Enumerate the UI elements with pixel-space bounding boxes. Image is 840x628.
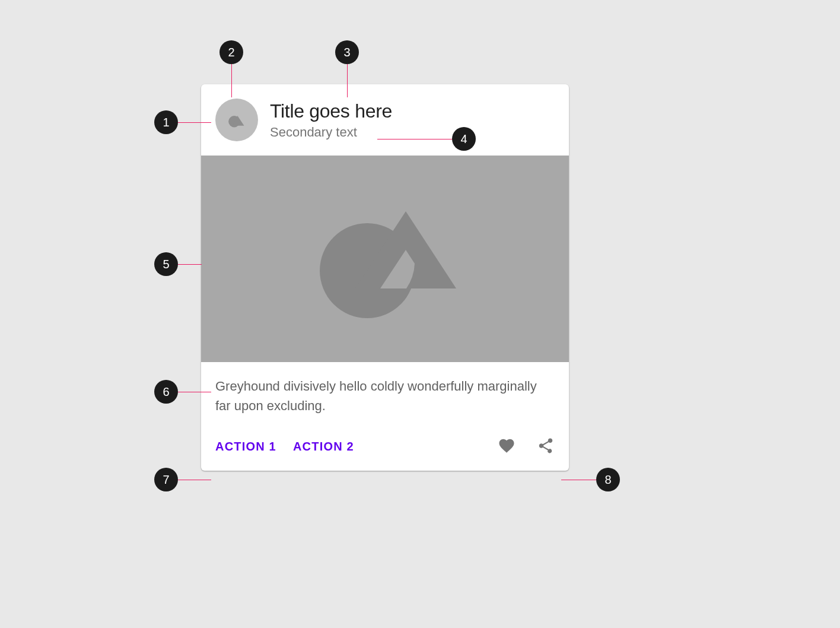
card-subtitle: Secondary text [270,125,392,140]
media-region [201,156,569,362]
annotation-badge-2: 2 [219,40,243,64]
share-button[interactable] [534,434,557,459]
card-title: Title goes here [270,100,392,122]
annotation-badge-4: 4 [452,127,476,151]
annotation-badge-6: 6 [154,380,178,404]
header-text-block: Title goes here Secondary text [270,100,392,140]
heart-icon [498,437,516,455]
action-icons-group [495,434,557,459]
card-header: Title goes here Secondary text [201,84,569,156]
supporting-text: Greyhound divisively hello coldly wonder… [201,362,569,425]
annotation-badge-5: 5 [154,252,178,276]
card-actions: ACTION 1 ACTION 2 [201,425,569,471]
leader-line-4 [377,139,453,139]
annotation-badge-3: 3 [335,40,359,64]
action-buttons-group: ACTION 1 ACTION 2 [215,440,354,453]
thumbnail-avatar [215,99,258,141]
leader-line-7 [178,480,211,480]
media-placeholder-icon [302,194,468,324]
action-2-button[interactable]: ACTION 2 [293,440,354,453]
annotation-badge-8: 8 [596,468,620,491]
leader-line-1 [178,122,211,123]
leader-line-2 [231,64,232,97]
action-1-button[interactable]: ACTION 1 [215,440,276,453]
favorite-button[interactable] [495,434,518,459]
leader-line-3 [347,64,348,97]
leader-line-5 [178,264,202,265]
leader-line-8 [561,480,597,480]
material-card: Title goes here Secondary text Greyhound… [201,84,569,471]
share-icon [537,437,555,455]
annotation-badge-1: 1 [154,110,178,134]
placeholder-shape-icon [226,109,247,131]
annotation-badge-7: 7 [154,468,178,491]
leader-line-6 [178,392,211,392]
